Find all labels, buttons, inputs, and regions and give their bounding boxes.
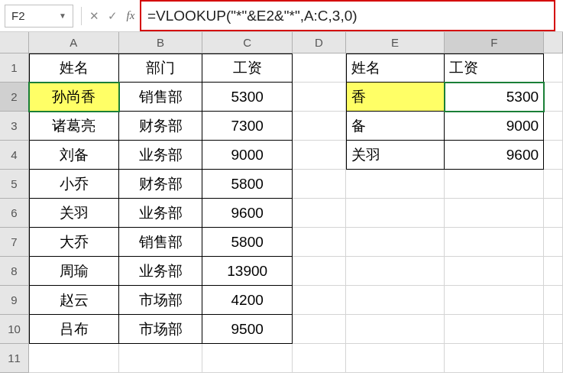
cell-E10[interactable] [346, 315, 445, 344]
cell-D1[interactable] [293, 53, 346, 83]
rowhead-10[interactable]: 10 [0, 315, 29, 344]
cell-G8[interactable] [544, 257, 563, 286]
rowhead-4[interactable]: 4 [0, 141, 29, 170]
cell-B8[interactable]: 业务部 [119, 257, 203, 286]
cell-E9[interactable] [346, 286, 445, 315]
cell-E2[interactable]: 香 [346, 83, 445, 112]
cell-B7[interactable]: 销售部 [119, 228, 203, 257]
cell-A7[interactable]: 大乔 [29, 228, 119, 257]
cell-F7[interactable] [445, 228, 544, 257]
colhead-F[interactable]: F [445, 32, 544, 53]
cell-D6[interactable] [293, 199, 346, 228]
name-box[interactable]: F2 ▼ [5, 5, 73, 28]
cell-G4[interactable] [544, 141, 563, 170]
cell-F6[interactable] [445, 199, 544, 228]
cell-A4[interactable]: 刘备 [29, 141, 119, 170]
cell-A10[interactable]: 吕布 [29, 315, 119, 344]
cell-E6[interactable] [346, 199, 445, 228]
rowhead-2[interactable]: 2 [0, 83, 29, 112]
rowhead-8[interactable]: 8 [0, 257, 29, 286]
colhead-G[interactable] [544, 32, 563, 53]
cell-A11[interactable] [29, 344, 119, 373]
fx-icon[interactable]: fx [121, 5, 140, 28]
cell-G1[interactable] [544, 53, 563, 83]
cell-G3[interactable] [544, 112, 563, 141]
rowhead-3[interactable]: 3 [0, 112, 29, 141]
cell-C8[interactable]: 13900 [202, 257, 293, 286]
cell-F11[interactable] [445, 344, 544, 373]
cell-B2[interactable]: 销售部 [119, 83, 203, 112]
cell-A5[interactable]: 小乔 [29, 170, 119, 199]
rowhead-5[interactable]: 5 [0, 170, 29, 199]
cell-B11[interactable] [119, 344, 203, 373]
rowhead-6[interactable]: 6 [0, 199, 29, 228]
cell-F2[interactable]: 5300 [445, 83, 544, 112]
select-all-corner[interactable] [0, 32, 29, 53]
formula-input[interactable]: =VLOOKUP("*"&E2&"*",A:C,3,0) [147, 8, 358, 24]
cell-B10[interactable]: 市场部 [119, 315, 203, 344]
cell-C5[interactable]: 5800 [202, 170, 293, 199]
cell-B6[interactable]: 业务部 [119, 199, 203, 228]
cell-E3[interactable]: 备 [346, 112, 445, 141]
enter-icon[interactable]: ✓ [103, 5, 121, 28]
cell-C10[interactable]: 9500 [202, 315, 293, 344]
cell-A1[interactable]: 姓名 [29, 53, 119, 83]
rowhead-7[interactable]: 7 [0, 228, 29, 257]
cell-F5[interactable] [445, 170, 544, 199]
cell-F8[interactable] [445, 257, 544, 286]
colhead-A[interactable]: A [29, 32, 119, 53]
cell-F3[interactable]: 9000 [445, 112, 544, 141]
cell-A6[interactable]: 关羽 [29, 199, 119, 228]
cell-C3[interactable]: 7300 [202, 112, 293, 141]
cell-B5[interactable]: 财务部 [119, 170, 203, 199]
cell-A9[interactable]: 赵云 [29, 286, 119, 315]
colhead-D[interactable]: D [293, 32, 346, 53]
colhead-B[interactable]: B [119, 32, 203, 53]
cell-G5[interactable] [544, 170, 563, 199]
cell-C1[interactable]: 工资 [202, 53, 293, 83]
cell-G9[interactable] [544, 286, 563, 315]
cell-C6[interactable]: 9600 [202, 199, 293, 228]
cell-G10[interactable] [544, 315, 563, 344]
cell-D2[interactable] [293, 83, 346, 112]
colhead-C[interactable]: C [202, 32, 293, 53]
cell-E5[interactable] [346, 170, 445, 199]
cell-D10[interactable] [293, 315, 346, 344]
cell-C7[interactable]: 5800 [202, 228, 293, 257]
cell-A2[interactable]: 孙尚香 [29, 83, 119, 112]
cell-B3[interactable]: 财务部 [119, 112, 203, 141]
cell-E7[interactable] [346, 228, 445, 257]
cell-D5[interactable] [293, 170, 346, 199]
cell-C11[interactable] [202, 344, 293, 373]
cancel-icon[interactable]: ✕ [85, 5, 103, 28]
cell-F10[interactable] [445, 315, 544, 344]
cell-B1[interactable]: 部门 [119, 53, 203, 83]
cell-F9[interactable] [445, 286, 544, 315]
cell-B9[interactable]: 市场部 [119, 286, 203, 315]
cell-D9[interactable] [293, 286, 346, 315]
cell-G11[interactable] [544, 344, 563, 373]
cell-D3[interactable] [293, 112, 346, 141]
cell-C4[interactable]: 9000 [202, 141, 293, 170]
cell-D8[interactable] [293, 257, 346, 286]
cell-A8[interactable]: 周瑜 [29, 257, 119, 286]
cell-C9[interactable]: 4200 [202, 286, 293, 315]
cell-E8[interactable] [346, 257, 445, 286]
chevron-down-icon[interactable]: ▼ [59, 11, 66, 20]
cell-A3[interactable]: 诸葛亮 [29, 112, 119, 141]
cell-D7[interactable] [293, 228, 346, 257]
cell-G7[interactable] [544, 228, 563, 257]
cell-D11[interactable] [293, 344, 346, 373]
cell-G2[interactable] [544, 83, 563, 112]
cell-B4[interactable]: 业务部 [119, 141, 203, 170]
cell-C2[interactable]: 5300 [202, 83, 293, 112]
cell-D4[interactable] [293, 141, 346, 170]
cell-E1[interactable]: 姓名 [346, 53, 445, 83]
cell-F1[interactable]: 工资 [445, 53, 544, 83]
spreadsheet-grid[interactable]: A B C D E F 1 姓名 部门 工资 姓名 工资 2 孙尚香 销售部 5… [0, 32, 563, 373]
colhead-E[interactable]: E [346, 32, 445, 53]
rowhead-1[interactable]: 1 [0, 53, 29, 83]
rowhead-11[interactable]: 11 [0, 344, 29, 373]
cell-G6[interactable] [544, 199, 563, 228]
cell-E11[interactable] [346, 344, 445, 373]
